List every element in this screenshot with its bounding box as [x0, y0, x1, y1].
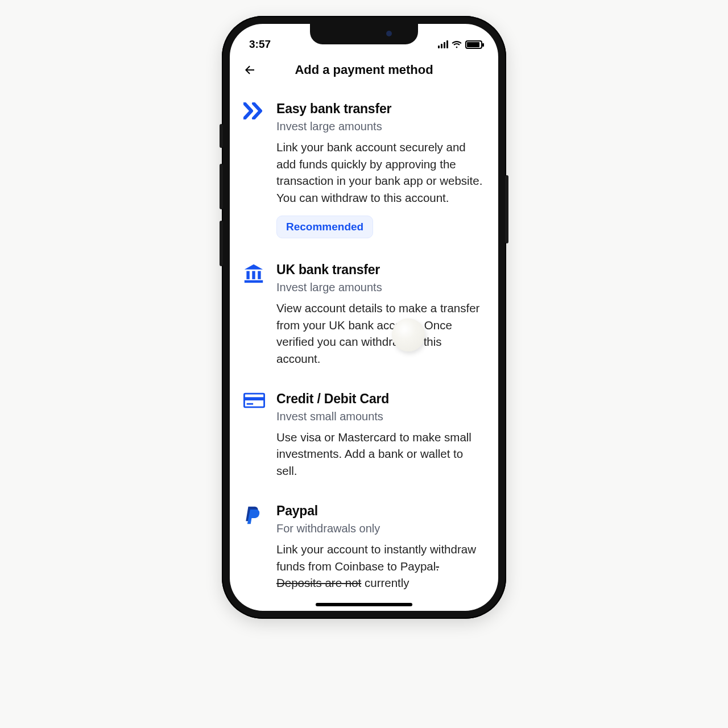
method-title: UK bank transfer [276, 262, 485, 278]
method-subtitle: Invest large amounts [276, 120, 485, 133]
method-description: Link your bank account securely and add … [276, 139, 485, 206]
phone-side-button [220, 124, 223, 148]
svg-rect-6 [247, 403, 253, 405]
phone-side-button [220, 164, 223, 209]
phone-notch [310, 24, 418, 44]
double-chevron-icon [243, 101, 266, 238]
wifi-icon [452, 40, 462, 48]
content-scroll[interactable]: Easy bank transfer Invest large amounts … [230, 85, 498, 611]
svg-rect-3 [245, 280, 263, 283]
cellular-icon [438, 40, 448, 48]
method-subtitle: For withdrawals only [276, 522, 485, 535]
paypal-icon [243, 503, 266, 592]
card-icon [243, 391, 266, 479]
payment-method-paypal[interactable]: Paypal For withdrawals only Link your ac… [243, 493, 485, 605]
nav-bar: Add a payment method [230, 57, 498, 85]
payment-method-uk-bank[interactable]: UK bank transfer Invest large amounts Vi… [243, 252, 485, 381]
method-title: Paypal [276, 503, 485, 519]
phone-frame: 3:57 Add a payment method [222, 16, 506, 619]
method-description: View account details to make a transfer … [276, 300, 485, 367]
status-time: 3:57 [249, 38, 271, 51]
phone-screen: 3:57 Add a payment method [230, 24, 498, 611]
method-description: Use visa or Mastercard to make small inv… [276, 429, 485, 479]
page-title: Add a payment method [242, 63, 486, 77]
svg-rect-2 [258, 271, 260, 279]
svg-rect-1 [252, 271, 255, 279]
svg-rect-5 [244, 397, 264, 400]
method-title: Credit / Debit Card [276, 391, 485, 407]
method-subtitle: Invest small amounts [276, 410, 485, 423]
battery-icon [465, 40, 482, 49]
home-indicator[interactable] [316, 603, 412, 606]
recommended-badge: Recommended [276, 216, 373, 238]
svg-rect-0 [246, 271, 249, 279]
method-subtitle: Invest large amounts [276, 281, 485, 294]
touch-indicator [392, 318, 425, 351]
phone-side-button [505, 175, 508, 243]
payment-method-card[interactable]: Credit / Debit Card Invest small amounts… [243, 381, 485, 493]
payment-method-easy-bank[interactable]: Easy bank transfer Invest large amounts … [243, 91, 485, 252]
phone-side-button [220, 221, 223, 266]
bank-icon [243, 262, 266, 367]
method-description: Link your account to instantly withdraw … [276, 541, 485, 592]
method-title: Easy bank transfer [276, 101, 485, 117]
